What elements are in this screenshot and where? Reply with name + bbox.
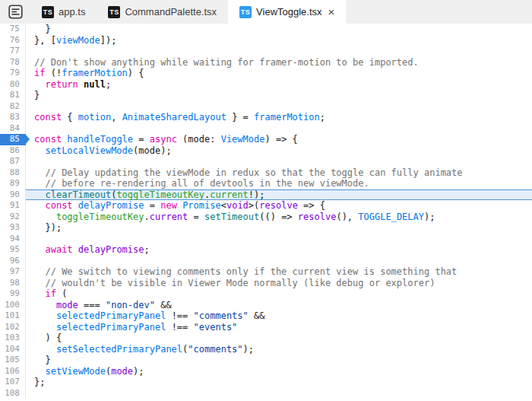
line-number[interactable]: 102 bbox=[0, 322, 26, 333]
code-content: setLocalViewMode(mode); bbox=[26, 145, 532, 157]
code-token: "non-dev" bbox=[106, 300, 155, 310]
code-token: selectedPrimaryPanel bbox=[56, 322, 166, 333]
code-line[interactable]: 85const handleToggle = async (mode: View… bbox=[0, 134, 532, 145]
tab-app.ts[interactable]: TSapp.ts bbox=[30, 0, 97, 24]
line-number[interactable]: 94 bbox=[0, 234, 26, 245]
code-token: delayPromise bbox=[78, 200, 144, 211]
code-line[interactable]: 86 setLocalViewMode(mode); bbox=[0, 145, 532, 157]
line-number[interactable]: 75 bbox=[0, 24, 26, 35]
code-line[interactable]: 106 setViewMode(mode); bbox=[0, 366, 532, 377]
line-number[interactable]: 89 bbox=[0, 178, 26, 189]
line-number[interactable]: 80 bbox=[0, 79, 26, 91]
line-number[interactable]: 77 bbox=[0, 46, 26, 57]
code-line[interactable]: 87 bbox=[0, 156, 532, 167]
line-number[interactable]: 97 bbox=[0, 266, 26, 278]
code-line[interactable]: 93 }); bbox=[0, 222, 532, 234]
code-token: = bbox=[188, 212, 204, 222]
code-line[interactable]: 102 selectedPrimaryPanel !== "events" bbox=[0, 322, 532, 333]
code-token: mode bbox=[56, 300, 78, 310]
line-number[interactable]: 93 bbox=[0, 222, 26, 234]
code-content: } bbox=[26, 24, 532, 35]
line-number[interactable]: 82 bbox=[0, 101, 26, 113]
code-line[interactable]: 95 await delayPromise; bbox=[0, 244, 532, 256]
code-line[interactable]: 81} bbox=[0, 90, 532, 101]
line-number[interactable]: 84 bbox=[0, 123, 26, 135]
code-line[interactable]: 84 bbox=[0, 123, 532, 135]
code-token: (mode); bbox=[133, 145, 172, 156]
line-number[interactable]: 79 bbox=[0, 68, 26, 79]
code-line[interactable]: 96 bbox=[0, 256, 532, 267]
code-line[interactable]: 107}; bbox=[0, 377, 532, 388]
line-number[interactable]: 91 bbox=[0, 200, 26, 212]
code-token: ; bbox=[144, 244, 150, 255]
code-token: ) { bbox=[34, 333, 62, 343]
code-token: , bbox=[111, 112, 122, 123]
code-line[interactable]: 82 bbox=[0, 101, 532, 113]
code-line[interactable]: 94 bbox=[0, 234, 532, 245]
code-editor[interactable]: 75 }76}, [viewMode]);7778// Don't show a… bbox=[0, 24, 532, 399]
code-line[interactable]: 104 setSelectedPrimaryPanel("comments"); bbox=[0, 344, 532, 355]
line-number[interactable]: 87 bbox=[0, 156, 26, 167]
close-icon[interactable]: × bbox=[328, 6, 335, 18]
line-number[interactable]: 78 bbox=[0, 57, 26, 68]
code-line[interactable]: 89 // before re-rendering all of devtool… bbox=[0, 178, 532, 189]
code-content: mode === "non-dev" && bbox=[26, 300, 532, 311]
line-number[interactable]: 103 bbox=[0, 333, 26, 344]
line-number[interactable]: 106 bbox=[0, 366, 26, 377]
code-line[interactable]: 92 toggleTimeoutKey.current = setTimeout… bbox=[0, 212, 532, 223]
line-number[interactable]: 76 bbox=[0, 35, 26, 46]
code-token: AnimateSharedLayout bbox=[122, 112, 226, 123]
code-line[interactable]: 90 clearTimeout(toggleTimeoutKey.current… bbox=[0, 189, 532, 201]
code-token bbox=[34, 322, 56, 333]
code-line[interactable]: 76}, [viewMode]); bbox=[0, 35, 532, 46]
code-line[interactable]: 108 bbox=[0, 388, 532, 399]
line-number[interactable]: 95 bbox=[0, 244, 26, 256]
code-line[interactable]: 100 mode === "non-dev" && bbox=[0, 300, 532, 311]
tab-bar: TSapp.tsTSCommandPalette.tsxTSViewToggle… bbox=[0, 0, 532, 24]
code-line[interactable]: 80 return null; bbox=[0, 79, 532, 91]
line-number[interactable]: 88 bbox=[0, 167, 26, 179]
code-token: resolve bbox=[298, 212, 337, 222]
code-token: === bbox=[78, 300, 106, 310]
code-token: mode bbox=[111, 366, 133, 377]
code-line[interactable]: 97 // We switch to viewing comments only… bbox=[0, 266, 532, 278]
tab-ViewToggle.tsx[interactable]: TSViewToggle.tsx× bbox=[228, 0, 346, 24]
code-token: && bbox=[155, 300, 172, 310]
line-number[interactable]: 104 bbox=[0, 344, 26, 355]
code-token: if bbox=[45, 288, 55, 299]
line-number[interactable]: 83 bbox=[0, 112, 26, 123]
code-token: // We switch to viewing comments only if… bbox=[45, 266, 457, 277]
code-token: const bbox=[34, 134, 62, 145]
line-number[interactable]: 81 bbox=[0, 90, 26, 101]
line-number[interactable]: 101 bbox=[0, 310, 26, 322]
code-line[interactable]: 78// Don't show anything while waiting f… bbox=[0, 57, 532, 68]
code-line[interactable]: 88 // Delay updating the viewMode in red… bbox=[0, 167, 532, 179]
line-number[interactable]: 105 bbox=[0, 355, 26, 366]
code-line[interactable]: 83const { motion, AnimateSharedLayout } … bbox=[0, 112, 532, 123]
line-number[interactable]: 100 bbox=[0, 300, 26, 311]
code-line[interactable]: 91 const delayPromise = new Promise<void… bbox=[0, 200, 532, 212]
line-number[interactable]: 96 bbox=[0, 256, 26, 267]
paused-line-number[interactable]: 85 bbox=[0, 134, 26, 145]
code-line[interactable]: 98 // wouldn't be visible in Viewer Mode… bbox=[0, 278, 532, 289]
line-number[interactable]: 107 bbox=[0, 377, 26, 388]
code-content: // wouldn't be visible in Viewer Mode no… bbox=[26, 278, 532, 289]
code-line[interactable]: 79if (!framerMotion) { bbox=[0, 68, 532, 79]
code-line[interactable]: 75 } bbox=[0, 24, 532, 35]
code-token: !== bbox=[166, 322, 193, 333]
tab-CommandPalette.tsx[interactable]: TSCommandPalette.tsx bbox=[97, 0, 228, 24]
code-line[interactable]: 105 } bbox=[0, 355, 532, 366]
code-line[interactable]: 99 if ( bbox=[0, 288, 532, 300]
code-token: setTimeout bbox=[204, 212, 259, 222]
line-number[interactable]: 92 bbox=[0, 212, 26, 223]
line-number[interactable]: 86 bbox=[0, 145, 26, 157]
code-line[interactable]: 101 selectedPrimaryPanel !== "comments" … bbox=[0, 310, 532, 322]
line-number[interactable]: 90 bbox=[0, 189, 26, 201]
code-line[interactable]: 77 bbox=[0, 46, 532, 57]
line-number[interactable]: 98 bbox=[0, 278, 26, 289]
line-number[interactable]: 108 bbox=[0, 388, 26, 399]
code-token: selectedPrimaryPanel bbox=[56, 310, 166, 321]
line-number[interactable]: 99 bbox=[0, 288, 26, 300]
code-line[interactable]: 103 ) { bbox=[0, 333, 532, 344]
sources-outline-button[interactable] bbox=[0, 0, 30, 24]
